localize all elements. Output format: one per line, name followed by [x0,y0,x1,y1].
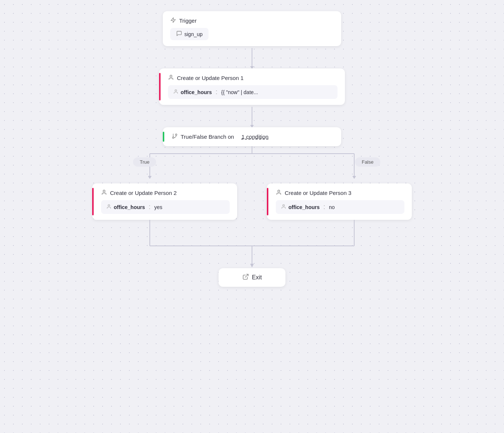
false-label-badge: False [355,157,380,167]
true-label-badge: True [133,157,156,167]
branch-condition-link[interactable]: 1 condition [242,134,269,140]
step1-field-name: office_hours [181,89,212,95]
step3-card[interactable]: Create or Update Person 3 office_hours :… [267,183,412,220]
svg-marker-11 [352,176,356,179]
step1-card[interactable]: Create or Update Person 1 office_hours :… [159,68,345,105]
svg-point-12 [103,190,105,192]
step3-title: Create or Update Person 3 [276,189,404,196]
trigger-card[interactable]: Trigger sign_up [163,11,341,46]
svg-point-14 [278,190,280,192]
step2-field-row: office_hours : yes [101,200,230,214]
step2-field-name: office_hours [114,204,145,210]
svg-line-21 [245,274,248,277]
svg-point-15 [283,205,285,206]
step3-separator: : [323,203,325,211]
svg-marker-10 [148,176,152,179]
step3-field-name: office_hours [288,204,320,210]
step2-title-text: Create or Update Person 2 [110,190,177,196]
step2-field-value: yes [154,204,162,210]
step2-field-icon [106,204,112,210]
exit-icon [242,273,249,282]
branch-title-text: True/False Branch on [181,134,234,140]
svg-point-2 [175,90,177,92]
trigger-badge: sign_up [170,28,209,40]
branch-split-connector: True False [85,146,419,183]
merge-svg [85,220,419,268]
step1-person-icon [168,74,174,81]
step2-title: Create or Update Person 2 [101,189,230,196]
trigger-title: Trigger [170,17,334,24]
exit-label: Exit [252,274,262,281]
trigger-badge-label: sign_up [184,31,203,37]
step2-card[interactable]: Create or Update Person 2 office_hours :… [92,183,237,220]
step3-field-icon [281,204,286,210]
step1-field-row: office_hours : {{ "now" | date... [168,85,337,99]
step3-field-row: office_hours : no [276,200,404,214]
step2-person-icon [101,189,107,196]
trigger-icon [170,17,176,24]
branch-card[interactable]: True/False Branch on 1 condition [163,127,341,146]
connector-1 [252,46,252,68]
branch-title: True/False Branch on 1 condition [172,133,334,140]
step2-separator: : [149,203,151,211]
step3-title-text: Create or Update Person 3 [285,190,351,196]
svg-marker-0 [171,17,175,22]
step1-field-icon [173,89,178,95]
svg-point-1 [170,75,172,77]
step1-separator: : [216,88,217,96]
step3-field-value: no [329,204,335,210]
svg-point-13 [108,205,110,206]
exit-card[interactable]: Exit [219,268,285,287]
connector-2 [252,105,252,127]
step1-title-text: Create or Update Person 1 [177,75,243,81]
merge-connector [85,220,419,268]
trigger-title-text: Trigger [179,17,197,24]
branch-cards-row: Create or Update Person 2 office_hours :… [92,183,412,220]
branch-icon [172,133,178,140]
svg-marker-20 [250,264,254,267]
step3-person-icon [276,189,282,196]
signup-icon [176,31,182,38]
workflow-canvas: Trigger sign_up Create or Update P [0,0,504,433]
step1-title: Create or Update Person 1 [168,74,337,81]
step1-field-value: {{ "now" | date... [221,89,258,95]
